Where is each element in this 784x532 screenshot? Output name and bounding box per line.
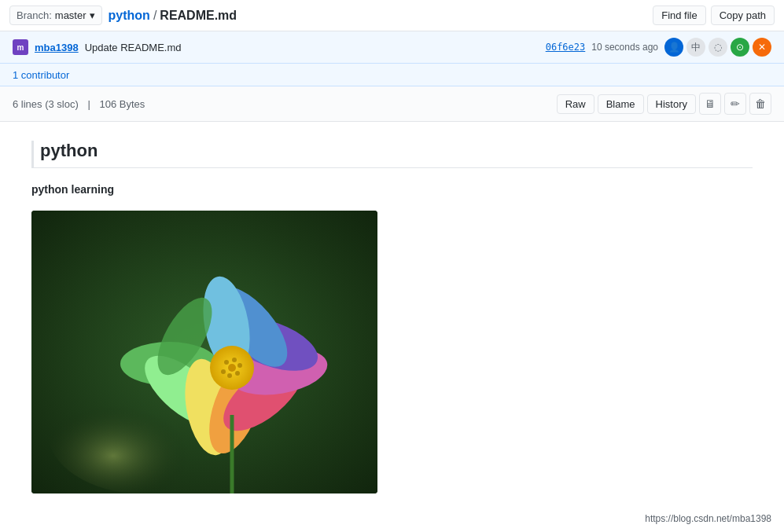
delete-icon[interactable]: 🗑 (749, 93, 771, 115)
user-icon[interactable]: 👤 (664, 38, 683, 57)
close-icon[interactable]: ✕ (753, 38, 771, 57)
separator: | (87, 98, 90, 110)
readme-title: python (31, 141, 753, 168)
contributor-count: 1 (13, 69, 18, 81)
file-meta: 6 lines (3 sloc) | 106 Bytes (13, 98, 151, 110)
commit-author[interactable]: mba1398 (35, 42, 79, 53)
file-info-bar: 6 lines (3 sloc) | 106 Bytes Raw Blame H… (0, 86, 784, 122)
commit-left: m mba1398 Update README.md (13, 39, 181, 55)
branch-selector[interactable]: Branch: master ▾ (9, 6, 102, 25)
copy-path-button[interactable]: Copy path (711, 6, 775, 25)
avatar: m (13, 39, 28, 55)
commit-icons: 👤 中 ◌ ⊙ ✕ (664, 38, 771, 57)
contributor-label: contributor (21, 69, 69, 81)
blame-button[interactable]: Blame (598, 94, 644, 114)
file-lines: 6 lines (3 sloc) (13, 98, 79, 110)
svg-point-14 (224, 360, 229, 365)
svg-point-18 (227, 373, 232, 378)
chevron-down-icon: ▾ (90, 9, 95, 21)
commit-right: 06f6e23 10 seconds ago 👤 中 ◌ ⊙ ✕ (546, 38, 771, 57)
commit-bar: m mba1398 Update README.md 06f6e23 10 se… (0, 31, 784, 64)
flower-image (31, 211, 377, 493)
top-bar-right: Find file Copy path (653, 6, 775, 25)
translate-icon[interactable]: 中 (686, 38, 705, 57)
svg-point-16 (237, 363, 242, 368)
file-actions: Raw Blame History 🖥 ✏ 🗑 (557, 93, 771, 115)
svg-point-20 (228, 364, 236, 372)
branch-label: Branch: (17, 9, 52, 21)
breadcrumb-repo-link[interactable]: python (109, 9, 150, 23)
check-icon[interactable]: ⊙ (731, 38, 749, 57)
readme-body: python learning (31, 181, 753, 198)
branch-name: master (55, 9, 86, 21)
settings-icon[interactable]: ◌ (709, 38, 727, 57)
history-button[interactable]: History (647, 94, 696, 114)
edit-icon[interactable]: ✏ (724, 93, 746, 115)
svg-point-15 (232, 358, 237, 362)
breadcrumb: python / README.md (109, 9, 237, 23)
commit-message: Update README.md (85, 42, 182, 53)
svg-point-19 (221, 369, 226, 374)
file-size: 106 Bytes (99, 98, 145, 110)
find-file-button[interactable]: Find file (653, 6, 706, 25)
top-bar-left: Branch: master ▾ python / README.md (9, 6, 237, 25)
breadcrumb-separator: / (153, 9, 156, 23)
commit-time: 10 seconds ago (591, 42, 658, 53)
contributor-link[interactable]: 1 contributor (13, 69, 69, 81)
desktop-icon[interactable]: 🖥 (699, 93, 721, 115)
raw-button[interactable]: Raw (557, 94, 594, 114)
svg-point-17 (235, 371, 240, 376)
readme-body-text: python learning (31, 183, 114, 196)
breadcrumb-file: README.md (160, 9, 237, 23)
top-bar: Branch: master ▾ python / README.md Find… (0, 0, 784, 31)
commit-sha[interactable]: 06f6e23 (546, 42, 586, 53)
contributor-bar: 1 contributor (0, 64, 784, 86)
file-content: python python learning (0, 122, 784, 512)
